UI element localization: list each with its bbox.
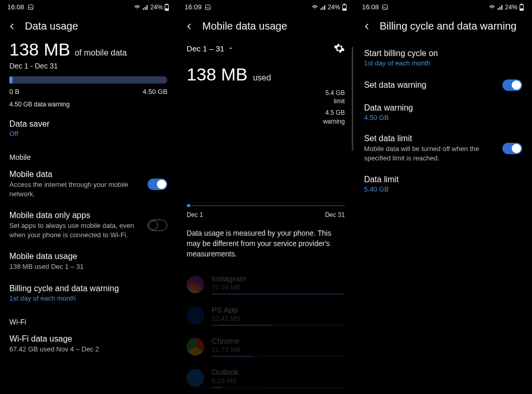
billing-title: Billing cycle and data warning — [9, 284, 167, 293]
usage-note: Data usage is measured by your phone. Th… — [177, 219, 354, 269]
picture-icon — [28, 4, 34, 10]
app-usage-bar — [211, 356, 344, 357]
usage-chart[interactable]: Dec 1 Dec 31 — [187, 206, 344, 219]
data-saver-title: Data saver — [9, 119, 167, 129]
app-name: Outlook — [211, 368, 344, 376]
screen-data-usage: 16:08 24% Data usage 138 MB of mobile da… — [0, 0, 177, 394]
app-icon — [187, 369, 204, 387]
set-limit-title: Set data limit — [364, 134, 496, 143]
data-limit-title: Data limit — [364, 175, 522, 184]
mobile-data-toggle[interactable] — [148, 179, 167, 190]
set-limit-sub: Mobile data will be turned off when the … — [364, 144, 496, 162]
usage-amount: 138 MB — [9, 39, 70, 59]
battery-icon — [342, 4, 347, 11]
mobile-data-sub: Access the internet through your mobile … — [9, 180, 141, 198]
battery-icon — [164, 4, 169, 11]
start-billing-value: 1st day of each month — [364, 59, 522, 67]
back-button[interactable] — [361, 21, 373, 32]
set-warning-title: Set data warning — [364, 80, 496, 90]
section-wifi: Wi-Fi — [0, 308, 177, 328]
signal-icon — [497, 4, 503, 10]
settings-button[interactable] — [334, 43, 345, 54]
app-row[interactable]: Chrome21.73 MB — [177, 331, 354, 362]
chart-axis — [187, 206, 344, 206]
picture-icon — [382, 4, 388, 10]
item-set-data-limit[interactable]: Set data limit Mobile data will be turne… — [355, 128, 531, 169]
wifi-icon — [311, 4, 318, 10]
svg-rect-10 — [521, 4, 523, 4]
status-battery-pct: 24% — [150, 4, 163, 11]
data-saver-value: Off — [9, 130, 167, 138]
svg-rect-0 — [28, 5, 33, 9]
page-title: Data usage — [25, 20, 78, 32]
bar-max: 4.50 GB — [143, 88, 168, 96]
svg-rect-11 — [520, 8, 523, 10]
usage-amount: 138 MB — [187, 64, 247, 84]
svg-rect-4 — [205, 5, 210, 9]
mobile-only-sub: Set apps to always use mobile data, even… — [9, 221, 141, 239]
item-mobile-only-apps[interactable]: Mobile data only apps Set apps to always… — [0, 205, 177, 246]
mobile-usage-title: Mobile data usage — [9, 252, 167, 261]
set-warning-toggle[interactable] — [502, 79, 522, 91]
status-battery-pct: 24% — [328, 4, 340, 11]
item-data-saver[interactable]: Data saver Off — [0, 113, 177, 144]
header: Billing cycle and data warning — [355, 13, 531, 39]
bar-min: 0 B — [9, 88, 20, 96]
header: Mobile data usage — [177, 13, 354, 39]
app-name: Instagram — [211, 274, 344, 283]
battery-icon — [519, 4, 524, 11]
item-mobile-data[interactable]: Mobile data Access the internet through … — [0, 164, 177, 205]
svg-rect-6 — [343, 4, 345, 4]
usage-bar-fill — [9, 76, 12, 84]
date-range-selector[interactable]: Dec 1 – 31 — [187, 44, 234, 53]
app-name: PS App — [211, 305, 344, 314]
app-usage: 5.26 MB — [211, 377, 344, 385]
start-billing-title: Start billing cycle on — [364, 49, 522, 58]
item-set-data-warning[interactable]: Set data warning — [355, 73, 531, 97]
back-button[interactable] — [6, 21, 18, 32]
warning-label: warning — [323, 118, 345, 125]
item-mobile-usage[interactable]: Mobile data usage 138 MB used Dec 1 – 31 — [0, 246, 177, 278]
app-row[interactable]: PS App32.41 MB — [177, 300, 354, 331]
svg-rect-3 — [166, 8, 169, 10]
app-row[interactable]: Outlook5.26 MB — [177, 362, 354, 393]
mobile-data-title: Mobile data — [9, 170, 141, 179]
app-usage: 32.41 MB — [211, 315, 344, 322]
chart-start: Dec 1 — [187, 211, 203, 219]
scroll-indicator[interactable] — [352, 47, 353, 151]
item-billing-cycle[interactable]: Billing cycle and data warning 1st day o… — [0, 278, 177, 308]
chevron-down-icon — [228, 45, 234, 51]
app-icon — [187, 338, 204, 356]
item-data-warning[interactable]: Data warning 4.50 GB — [355, 97, 531, 128]
date-range-label: Dec 1 – 31 — [187, 44, 224, 53]
app-usage-bar — [211, 387, 344, 388]
status-battery-pct: 24% — [505, 4, 517, 11]
app-icon — [187, 276, 204, 293]
data-limit-value: 5.40 GB — [364, 185, 522, 193]
mobile-only-toggle[interactable] — [148, 220, 167, 231]
section-mobile: Mobile — [0, 144, 177, 164]
item-start-billing[interactable]: Start billing cycle on 1st day of each m… — [355, 43, 531, 73]
usage-range: Dec 1 - Dec 31 — [9, 62, 167, 70]
status-bar: 16:09 24% — [177, 0, 354, 13]
wifi-usage-title: Wi-Fi data usage — [9, 334, 167, 344]
item-wifi-usage[interactable]: Wi-Fi data usage 67.42 GB used Nov 4 – D… — [0, 328, 177, 360]
screen-billing-cycle: 16:08 24% Billing cycle and data warning… — [355, 0, 532, 394]
usage-bar[interactable] — [9, 76, 167, 84]
page-title: Mobile data usage — [202, 20, 287, 32]
signal-icon — [320, 4, 326, 10]
used-label: used — [253, 73, 271, 82]
status-time: 16:08 — [7, 3, 24, 11]
app-row[interactable]: Instagram70.04 MB — [177, 269, 354, 300]
usage-suffix: of mobile data — [75, 48, 127, 57]
back-button[interactable] — [183, 21, 195, 32]
billing-sub: 1st day of each month — [9, 294, 167, 302]
item-data-limit[interactable]: Data limit 5.40 GB — [355, 169, 531, 199]
set-limit-toggle[interactable] — [502, 143, 522, 154]
mobile-usage-sub: 138 MB used Dec 1 – 31 — [9, 262, 167, 271]
status-bar: 16:08 24% — [355, 0, 531, 13]
wifi-icon — [488, 4, 496, 10]
app-usage-bar — [211, 324, 344, 326]
svg-rect-8 — [383, 5, 388, 9]
app-list: Instagram70.04 MBPS App32.41 MBChrome21.… — [177, 269, 354, 393]
